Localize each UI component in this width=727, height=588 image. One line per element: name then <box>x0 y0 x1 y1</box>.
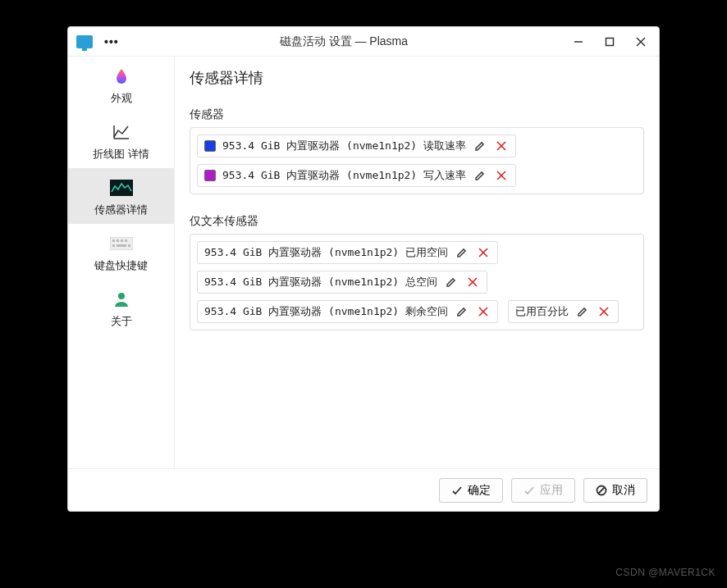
delete-icon[interactable] <box>476 304 491 319</box>
edit-icon[interactable] <box>444 275 459 289</box>
sidebar-item-shortcuts[interactable]: 键盘快捷键 <box>68 224 174 280</box>
sensors-section-label: 传感器 <box>190 107 644 122</box>
ok-button[interactable]: 确定 <box>439 478 503 503</box>
edit-icon[interactable] <box>473 139 487 153</box>
sidebar-item-label: 键盘快捷键 <box>94 258 148 273</box>
sensors-icon <box>110 176 133 199</box>
ok-label: 确定 <box>468 483 491 498</box>
sidebar-item-sensors[interactable]: 传感器详情 <box>68 168 174 224</box>
svg-rect-12 <box>112 244 115 247</box>
sensor-chip[interactable]: 953.4 GiB 内置驱动器 (nvme1n1p2) 写入速率 <box>197 164 516 187</box>
svg-line-29 <box>598 487 605 494</box>
cancel-button[interactable]: 取消 <box>583 478 647 503</box>
content: 传感器详情 传感器 953.4 GiB 内置驱动器 (nvme1n1p2) 读取… <box>175 57 659 468</box>
delete-icon[interactable] <box>494 168 509 183</box>
svg-rect-13 <box>117 244 126 247</box>
window-title: 磁盘活动 设置 — Plasma <box>119 34 569 49</box>
svg-rect-11 <box>125 239 127 242</box>
edit-icon[interactable] <box>455 304 469 319</box>
sensor-label: 953.4 GiB 内置驱动器 (nvme1n1p2) 写入速率 <box>222 168 466 183</box>
cancel-label: 取消 <box>612 483 635 498</box>
watermark: CSDN @MAVER1CK <box>615 567 716 578</box>
about-icon <box>110 288 133 311</box>
body: 外观 折线图 详情 传感器详情 键盘快捷键 <box>68 57 659 468</box>
sensor-chip[interactable]: 953.4 GiB 内置驱动器 (nvme1n1p2) 剩余空间 <box>197 300 498 323</box>
sensor-chip[interactable]: 已用百分比 <box>508 300 619 323</box>
minimize-button[interactable] <box>569 32 588 52</box>
sensor-chip[interactable]: 953.4 GiB 内置驱动器 (nvme1n1p2) 已用空间 <box>197 241 498 264</box>
sidebar-item-linechart[interactable]: 折线图 详情 <box>68 112 174 168</box>
sidebar: 外观 折线图 详情 传感器详情 键盘快捷键 <box>68 57 175 468</box>
delete-icon[interactable] <box>597 304 611 319</box>
appearance-icon <box>110 65 133 88</box>
sensors-group: 953.4 GiB 内置驱动器 (nvme1n1p2) 读取速率 953.4 G… <box>190 127 644 194</box>
footer: 确定 应用 取消 <box>68 468 659 511</box>
linechart-icon <box>110 121 133 144</box>
color-swatch[interactable] <box>204 170 216 181</box>
delete-icon[interactable] <box>494 139 509 153</box>
edit-icon[interactable] <box>455 245 469 260</box>
svg-rect-9 <box>117 239 119 242</box>
sidebar-item-label: 折线图 详情 <box>93 147 149 162</box>
edit-icon[interactable] <box>575 304 590 319</box>
sensor-label: 953.4 GiB 内置驱动器 (nvme1n1p2) 剩余空间 <box>204 304 448 319</box>
keyboard-icon <box>110 232 133 255</box>
sensor-label: 953.4 GiB 内置驱动器 (nvme1n1p2) 总空间 <box>204 275 437 289</box>
apply-button[interactable]: 应用 <box>511 478 575 503</box>
settings-window: ••• 磁盘活动 设置 — Plasma 外观 折线图 详情 <box>67 26 660 512</box>
text-sensors-group: 953.4 GiB 内置驱动器 (nvme1n1p2) 已用空间 953.4 G… <box>190 234 644 330</box>
svg-rect-1 <box>606 38 614 45</box>
sidebar-item-label: 外观 <box>111 91 132 106</box>
page-title: 传感器详情 <box>190 68 644 88</box>
sidebar-item-appearance[interactable]: 外观 <box>68 57 174 112</box>
svg-rect-7 <box>110 237 133 250</box>
edit-icon[interactable] <box>473 168 487 183</box>
sensor-label: 953.4 GiB 内置驱动器 (nvme1n1p2) 已用空间 <box>204 245 448 260</box>
delete-icon[interactable] <box>465 275 480 289</box>
sensor-label: 已用百分比 <box>515 304 569 319</box>
sensor-chip[interactable]: 953.4 GiB 内置驱动器 (nvme1n1p2) 总空间 <box>197 271 487 294</box>
sidebar-item-about[interactable]: 关于 <box>68 280 174 335</box>
text-sensors-section-label: 仅文本传感器 <box>190 214 644 229</box>
close-button[interactable] <box>631 32 651 52</box>
svg-rect-14 <box>128 244 130 247</box>
app-icon <box>76 35 93 48</box>
maximize-button[interactable] <box>600 32 620 52</box>
sidebar-item-label: 传感器详情 <box>94 203 148 217</box>
more-menu[interactable]: ••• <box>104 35 119 48</box>
sensor-label: 953.4 GiB 内置驱动器 (nvme1n1p2) 读取速率 <box>222 139 466 153</box>
sidebar-item-label: 关于 <box>111 314 132 329</box>
apply-label: 应用 <box>540 483 563 498</box>
sensor-chip[interactable]: 953.4 GiB 内置驱动器 (nvme1n1p2) 读取速率 <box>197 134 516 157</box>
svg-rect-10 <box>121 239 123 242</box>
color-swatch[interactable] <box>204 140 216 152</box>
delete-icon[interactable] <box>476 245 491 260</box>
svg-point-15 <box>118 293 125 299</box>
svg-rect-8 <box>112 239 115 242</box>
titlebar: ••• 磁盘活动 设置 — Plasma <box>68 27 659 57</box>
